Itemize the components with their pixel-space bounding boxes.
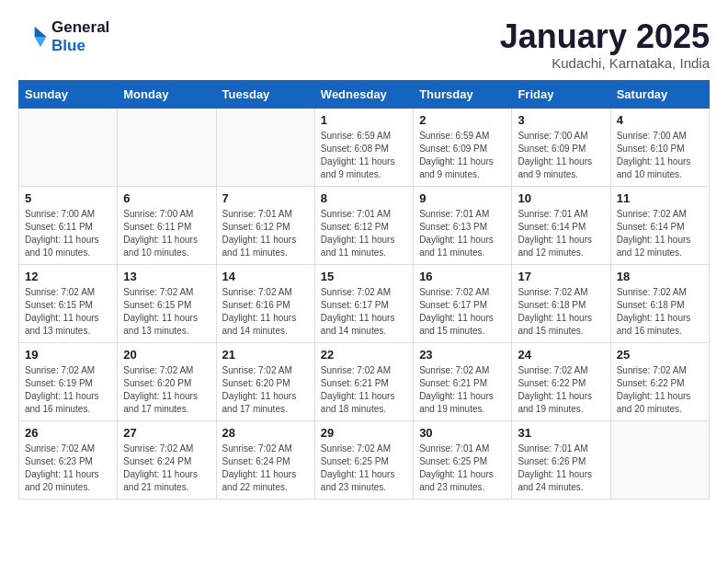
day-number: 16	[419, 270, 506, 283]
day-number: 25	[617, 348, 703, 362]
calendar-week-row: 26Sunrise: 7:02 AM Sunset: 6:23 PM Dayli…	[19, 420, 710, 499]
day-number: 10	[518, 191, 604, 205]
day-info: Sunrise: 7:02 AM Sunset: 6:24 PM Dayligh…	[123, 442, 210, 494]
day-number: 18	[617, 270, 703, 283]
calendar-week-row: 12Sunrise: 7:02 AM Sunset: 6:15 PM Dayli…	[19, 264, 710, 342]
day-info: Sunrise: 7:02 AM Sunset: 6:21 PM Dayligh…	[419, 364, 506, 416]
weekday-header: Saturday	[610, 80, 709, 108]
calendar-cell: 17Sunrise: 7:02 AM Sunset: 6:18 PM Dayli…	[512, 264, 610, 342]
day-info: Sunrise: 7:01 AM Sunset: 6:12 PM Dayligh…	[321, 208, 407, 259]
weekday-header: Friday	[512, 80, 610, 108]
day-number: 4	[617, 113, 703, 127]
day-info: Sunrise: 7:02 AM Sunset: 6:20 PM Dayligh…	[123, 364, 210, 416]
calendar-cell: 14Sunrise: 7:02 AM Sunset: 6:16 PM Dayli…	[216, 264, 314, 342]
day-number: 29	[321, 426, 407, 440]
calendar-week-row: 19Sunrise: 7:02 AM Sunset: 6:19 PM Dayli…	[19, 342, 710, 420]
day-info: Sunrise: 7:02 AM Sunset: 6:22 PM Dayligh…	[518, 364, 604, 416]
day-number: 22	[321, 348, 407, 362]
day-number: 6	[123, 191, 210, 205]
calendar-cell: 9Sunrise: 7:01 AM Sunset: 6:13 PM Daylig…	[414, 186, 512, 264]
day-number: 13	[123, 270, 210, 283]
calendar-cell: 31Sunrise: 7:01 AM Sunset: 6:26 PM Dayli…	[512, 420, 610, 499]
day-number: 7	[222, 191, 309, 205]
calendar-cell: 15Sunrise: 7:02 AM Sunset: 6:17 PM Dayli…	[314, 264, 413, 342]
calendar-cell	[118, 108, 216, 186]
weekday-header: Tuesday	[216, 80, 314, 108]
day-info: Sunrise: 7:02 AM Sunset: 6:14 PM Dayligh…	[617, 208, 703, 259]
calendar-table: SundayMondayTuesdayWednesdayThursdayFrid…	[18, 80, 710, 500]
calendar-cell: 21Sunrise: 7:02 AM Sunset: 6:20 PM Dayli…	[216, 342, 314, 420]
calendar-cell	[19, 108, 118, 186]
day-number: 20	[123, 348, 210, 362]
logo: General Blue	[18, 18, 109, 55]
logo-icon	[18, 22, 48, 52]
calendar-cell: 23Sunrise: 7:02 AM Sunset: 6:21 PM Dayli…	[414, 342, 512, 420]
day-info: Sunrise: 7:00 AM Sunset: 6:09 PM Dayligh…	[518, 130, 604, 181]
day-number: 2	[419, 113, 506, 127]
day-info: Sunrise: 7:02 AM Sunset: 6:18 PM Dayligh…	[617, 286, 703, 338]
day-number: 21	[222, 348, 309, 362]
day-info: Sunrise: 7:02 AM Sunset: 6:21 PM Dayligh…	[321, 364, 407, 416]
day-info: Sunrise: 7:02 AM Sunset: 6:15 PM Dayligh…	[123, 286, 210, 338]
day-number: 11	[617, 191, 703, 205]
calendar-cell: 10Sunrise: 7:01 AM Sunset: 6:14 PM Dayli…	[512, 186, 610, 264]
day-info: Sunrise: 7:02 AM Sunset: 6:17 PM Dayligh…	[321, 286, 407, 338]
day-number: 30	[419, 426, 506, 440]
day-info: Sunrise: 7:00 AM Sunset: 6:10 PM Dayligh…	[617, 130, 703, 181]
calendar-cell: 4Sunrise: 7:00 AM Sunset: 6:10 PM Daylig…	[610, 108, 709, 186]
day-number: 19	[25, 348, 111, 362]
calendar-cell: 7Sunrise: 7:01 AM Sunset: 6:12 PM Daylig…	[216, 186, 314, 264]
logo-text: General Blue	[51, 18, 109, 55]
calendar-cell: 12Sunrise: 7:02 AM Sunset: 6:15 PM Dayli…	[19, 264, 118, 342]
day-info: Sunrise: 7:02 AM Sunset: 6:16 PM Dayligh…	[222, 286, 309, 338]
title-section: January 2025 Kudachi, Karnataka, India	[500, 18, 710, 71]
svg-marker-1	[35, 37, 47, 47]
calendar-header-row: SundayMondayTuesdayWednesdayThursdayFrid…	[19, 80, 710, 108]
weekday-header: Sunday	[19, 80, 118, 108]
weekday-header: Thursday	[414, 80, 512, 108]
day-number: 28	[222, 426, 309, 440]
calendar-cell: 13Sunrise: 7:02 AM Sunset: 6:15 PM Dayli…	[118, 264, 216, 342]
day-info: Sunrise: 6:59 AM Sunset: 6:09 PM Dayligh…	[419, 130, 506, 181]
calendar-cell: 19Sunrise: 7:02 AM Sunset: 6:19 PM Dayli…	[19, 342, 118, 420]
day-number: 23	[419, 348, 506, 362]
calendar-cell: 16Sunrise: 7:02 AM Sunset: 6:17 PM Dayli…	[414, 264, 512, 342]
day-number: 12	[25, 270, 111, 283]
day-info: Sunrise: 7:01 AM Sunset: 6:13 PM Dayligh…	[419, 208, 506, 259]
calendar-cell: 29Sunrise: 7:02 AM Sunset: 6:25 PM Dayli…	[314, 420, 413, 499]
calendar-cell: 26Sunrise: 7:02 AM Sunset: 6:23 PM Dayli…	[19, 420, 118, 499]
day-info: Sunrise: 7:02 AM Sunset: 6:19 PM Dayligh…	[25, 364, 111, 416]
calendar-cell: 2Sunrise: 6:59 AM Sunset: 6:09 PM Daylig…	[414, 108, 512, 186]
weekday-header: Wednesday	[314, 80, 413, 108]
calendar-cell: 3Sunrise: 7:00 AM Sunset: 6:09 PM Daylig…	[512, 108, 610, 186]
calendar-week-row: 1Sunrise: 6:59 AM Sunset: 6:08 PM Daylig…	[19, 108, 710, 186]
day-info: Sunrise: 7:01 AM Sunset: 6:26 PM Dayligh…	[518, 442, 604, 494]
day-info: Sunrise: 7:00 AM Sunset: 6:11 PM Dayligh…	[123, 208, 210, 259]
day-number: 26	[25, 426, 111, 440]
calendar-cell: 11Sunrise: 7:02 AM Sunset: 6:14 PM Dayli…	[610, 186, 709, 264]
calendar-cell: 8Sunrise: 7:01 AM Sunset: 6:12 PM Daylig…	[314, 186, 413, 264]
day-info: Sunrise: 7:02 AM Sunset: 6:18 PM Dayligh…	[518, 286, 604, 338]
day-info: Sunrise: 7:02 AM Sunset: 6:23 PM Dayligh…	[25, 442, 111, 494]
svg-marker-0	[35, 27, 47, 37]
calendar-cell: 22Sunrise: 7:02 AM Sunset: 6:21 PM Dayli…	[314, 342, 413, 420]
day-info: Sunrise: 7:02 AM Sunset: 6:15 PM Dayligh…	[25, 286, 111, 338]
calendar-cell: 24Sunrise: 7:02 AM Sunset: 6:22 PM Dayli…	[512, 342, 610, 420]
subtitle: Kudachi, Karnataka, India	[500, 55, 710, 71]
day-info: Sunrise: 7:02 AM Sunset: 6:22 PM Dayligh…	[617, 364, 703, 416]
day-info: Sunrise: 7:01 AM Sunset: 6:25 PM Dayligh…	[419, 442, 506, 494]
day-number: 15	[321, 270, 407, 283]
calendar-cell	[610, 420, 709, 499]
month-title: January 2025	[500, 18, 710, 55]
calendar-week-row: 5Sunrise: 7:00 AM Sunset: 6:11 PM Daylig…	[19, 186, 710, 264]
day-info: Sunrise: 6:59 AM Sunset: 6:08 PM Dayligh…	[321, 130, 407, 181]
calendar-cell: 27Sunrise: 7:02 AM Sunset: 6:24 PM Dayli…	[118, 420, 216, 499]
day-number: 27	[123, 426, 210, 440]
calendar-cell: 5Sunrise: 7:00 AM Sunset: 6:11 PM Daylig…	[19, 186, 118, 264]
day-info: Sunrise: 7:01 AM Sunset: 6:12 PM Dayligh…	[222, 208, 309, 259]
day-number: 14	[222, 270, 309, 283]
calendar-cell: 6Sunrise: 7:00 AM Sunset: 6:11 PM Daylig…	[118, 186, 216, 264]
calendar-cell: 28Sunrise: 7:02 AM Sunset: 6:24 PM Dayli…	[216, 420, 314, 499]
day-info: Sunrise: 7:00 AM Sunset: 6:11 PM Dayligh…	[25, 208, 111, 259]
day-info: Sunrise: 7:01 AM Sunset: 6:14 PM Dayligh…	[518, 208, 604, 259]
